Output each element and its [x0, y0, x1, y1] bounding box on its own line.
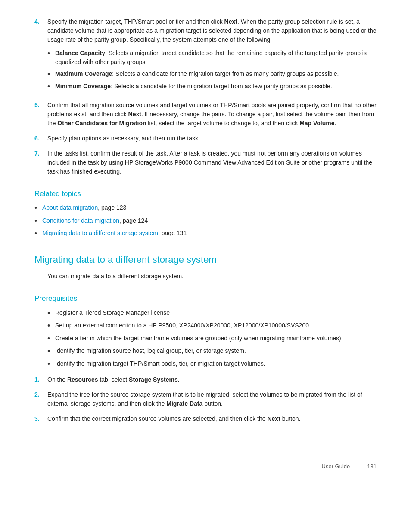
step-7-number: 7.	[34, 149, 47, 176]
bullet-balance-capacity-text: Balance Capacity: Selects a migration ta…	[55, 49, 377, 67]
prereq-step-3-text: Confirm that the correct migration sourc…	[47, 415, 301, 422]
bullet-minimum-coverage-text: Minimum Coverage: Selects a candidate fo…	[55, 82, 377, 91]
prereq-3-text: Create a tier in which the target mainfr…	[55, 334, 377, 343]
prereq-step-2: 2. Expand the tree for the source storag…	[34, 390, 377, 408]
related-topics-list: • About data migration, page 123 • Condi…	[34, 203, 377, 239]
prereq-step-2-content: Expand the tree for the source storage s…	[47, 390, 377, 408]
related-topics-heading: Related topics	[34, 188, 377, 199]
steps-list: 4. Specify the migration target, THP/Sma…	[34, 17, 377, 176]
related-topic-2: • Conditions for data migration, page 12…	[34, 216, 377, 226]
bullet-dot: •	[34, 229, 42, 239]
step-6: 6. Specify plan options as necessary, an…	[34, 134, 377, 143]
prereq-steps-list: 1. On the Resources tab, select Storage …	[34, 375, 377, 423]
related-topic-2-link[interactable]: Conditions for data migration	[42, 217, 119, 224]
step-6-text: Specify plan options as necessary, and t…	[47, 135, 200, 142]
bullet-balance-capacity: • Balance Capacity: Selects a migration …	[47, 49, 377, 67]
bullet-dot: •	[47, 69, 55, 79]
prereq-step-1-text: On the Resources tab, select Storage Sys…	[47, 376, 180, 383]
step-5: 5. Confirm that all migration source vol…	[34, 101, 377, 128]
prereq-step-2-text: Expand the tree for the source storage s…	[47, 391, 362, 407]
related-topic-3: • Migrating data to a different storage …	[34, 229, 377, 239]
step-6-number: 6.	[34, 134, 47, 143]
migrating-heading: Migrating data to a different storage sy…	[34, 252, 377, 267]
step-7: 7. In the tasks list, confirm the result…	[34, 149, 377, 176]
migrating-intro: You can migrate data to a different stor…	[34, 272, 377, 281]
prereq-5: • Identify the migration target THP/Smar…	[47, 359, 377, 369]
step-4-number: 4.	[34, 17, 47, 95]
related-topic-1-link[interactable]: About data migration	[42, 204, 98, 211]
footer-page: 131	[367, 462, 377, 471]
bullet-dot: •	[47, 321, 55, 331]
prerequisites-list: • Register a Tiered Storage Manager lice…	[34, 308, 377, 369]
related-topic-3-link[interactable]: Migrating data to a different storage sy…	[42, 230, 158, 236]
step-4-text-before: Specify the migration target, THP/Smart …	[47, 18, 224, 25]
prereq-step-2-number: 2.	[34, 390, 47, 408]
prereq-step-3-content: Confirm that the correct migration sourc…	[47, 414, 377, 423]
prereq-step-3-number: 3.	[34, 414, 47, 423]
page-footer: User Guide 131	[34, 458, 377, 471]
bullet-dot: •	[47, 346, 55, 356]
related-topic-1: • About data migration, page 123	[34, 203, 377, 213]
prerequisites-heading: Prerequisites	[34, 293, 377, 304]
step-5-content: Confirm that all migration source volume…	[47, 101, 377, 128]
prereq-step-3: 3. Confirm that the correct migration so…	[34, 414, 377, 423]
bullet-maximum-coverage-text: Maximum Coverage: Selects a candidate fo…	[55, 69, 377, 78]
related-topic-3-text: Migrating data to a different storage sy…	[42, 229, 377, 238]
step-4: 4. Specify the migration target, THP/Sma…	[34, 17, 377, 95]
bullet-dot: •	[47, 308, 55, 318]
prereq-4-text: Identify the migration source host, logi…	[55, 346, 377, 355]
bullet-dot: •	[47, 334, 55, 344]
prereq-step-1-number: 1.	[34, 375, 47, 384]
bullet-dot: •	[34, 216, 42, 226]
step-7-text: In the tasks list, confirm the result of…	[47, 150, 372, 175]
bullet-maximum-coverage: • Maximum Coverage: Selects a candidate …	[47, 69, 377, 79]
prereq-1-text: Register a Tiered Storage Manager licens…	[55, 308, 377, 317]
step-6-content: Specify plan options as necessary, and t…	[47, 134, 377, 143]
prereq-1: • Register a Tiered Storage Manager lice…	[47, 308, 377, 318]
step-4-bold: Next	[224, 18, 237, 25]
bullet-dot: •	[47, 82, 55, 92]
step-5-text: Confirm that all migration source volume…	[47, 102, 377, 127]
bullet-minimum-coverage: • Minimum Coverage: Selects a candidate …	[47, 82, 377, 92]
prereq-5-text: Identify the migration target THP/Smart …	[55, 359, 377, 368]
related-topic-1-text: About data migration, page 123	[42, 203, 377, 212]
main-content: 4. Specify the migration target, THP/Sma…	[34, 17, 377, 470]
prereq-step-1-content: On the Resources tab, select Storage Sys…	[47, 375, 377, 384]
step-4-content: Specify the migration target, THP/Smart …	[47, 17, 377, 95]
bullet-dot: •	[47, 359, 55, 369]
bullet-dot: •	[34, 203, 42, 213]
prereq-2: • Set up an external connection to a HP …	[47, 321, 377, 331]
related-topic-2-text: Conditions for data migration, page 124	[42, 216, 377, 225]
step-4-bullets: • Balance Capacity: Selects a migration …	[47, 49, 377, 92]
step-5-number: 5.	[34, 101, 47, 128]
footer-label: User Guide	[322, 462, 350, 471]
bullet-dot: •	[47, 49, 55, 59]
prereq-2-text: Set up an external connection to a HP P9…	[55, 321, 377, 330]
prereq-3: • Create a tier in which the target main…	[47, 334, 377, 344]
step-7-content: In the tasks list, confirm the result of…	[47, 149, 377, 176]
prereq-4: • Identify the migration source host, lo…	[47, 346, 377, 356]
prereq-step-1: 1. On the Resources tab, select Storage …	[34, 375, 377, 384]
